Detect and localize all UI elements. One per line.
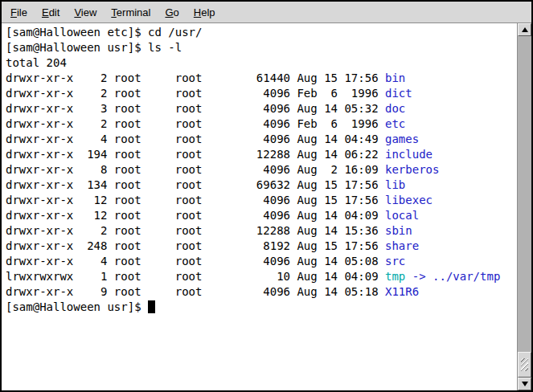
terminal-text: drwxr-xr-x 194 root root 12288 Aug 14 06… <box>6 148 385 161</box>
scroll-up-button[interactable] <box>518 23 531 36</box>
directory-name: -> ../var/tmp <box>405 270 500 283</box>
terminal-window: File Edit View Terminal Go Help [sam@Hal… <box>0 0 533 392</box>
terminal-cursor <box>148 300 155 313</box>
terminal-line: drwxr-xr-x 248 root root 8192 Aug 15 17:… <box>6 239 517 254</box>
directory-name: games <box>385 133 419 145</box>
scroll-down-button[interactable] <box>518 378 531 390</box>
menu-file[interactable]: File <box>3 3 35 22</box>
menu-edit[interactable]: Edit <box>35 3 67 22</box>
terminal-text: drwxr-xr-x 2 root root 61440 Aug 15 17:5… <box>6 71 385 84</box>
symlink-name: tmp <box>385 270 405 283</box>
terminal-text: drwxr-xr-x 2 root root 4096 Feb 6 1996 <box>6 117 385 130</box>
terminal-text: [sam@Halloween usr]$ ls -l <box>6 41 182 54</box>
down-arrow-icon <box>522 382 528 386</box>
terminal-line: drwxr-xr-x 8 root root 4096 Aug 2 16:09 … <box>6 162 517 178</box>
terminal-line: drwxr-xr-x 3 root root 4096 Aug 14 05:32… <box>6 101 517 116</box>
terminal-region: [sam@Halloween etc]$ cd /usr/[sam@Hallow… <box>2 23 531 390</box>
terminal-text: drwxr-xr-x 12 root root 4096 Aug 14 04:0… <box>6 209 385 222</box>
scrollbar-thumb[interactable] <box>518 352 531 378</box>
terminal-line: drwxr-xr-x 12 root root 4096 Aug 15 17:5… <box>6 193 517 208</box>
directory-name: libexec <box>385 194 433 206</box>
terminal-text: drwxr-xr-x 2 root root 4096 Feb 6 1996 <box>6 87 385 100</box>
terminal-line: lrwxrwxrwx 1 root root 10 Aug 14 04:09 t… <box>6 269 517 284</box>
directory-name: src <box>385 255 405 267</box>
menu-view[interactable]: View <box>67 3 104 22</box>
terminal-line: drwxr-xr-x 134 root root 69632 Aug 15 17… <box>6 178 517 193</box>
directory-name: bin <box>385 71 405 84</box>
terminal-text: lrwxrwxrwx 1 root root 10 Aug 14 04:09 <box>6 270 385 283</box>
directory-name: include <box>385 148 433 161</box>
menu-terminal[interactable]: Terminal <box>104 3 158 22</box>
terminal-text: drwxr-xr-x 3 root root 4096 Aug 14 05:32 <box>6 102 385 115</box>
directory-name: lib <box>385 178 405 191</box>
terminal-text: drwxr-xr-x 2 root root 12288 Aug 14 15:3… <box>6 224 385 237</box>
directory-name: kerberos <box>385 163 439 176</box>
directory-name: X11R6 <box>385 285 419 298</box>
terminal-line: [sam@Halloween usr]$ <box>6 300 517 315</box>
terminal-text: drwxr-xr-x 4 root root 4096 Aug 14 04:49 <box>6 133 385 145</box>
scrollbar[interactable] <box>517 23 531 390</box>
terminal-screen[interactable]: [sam@Halloween etc]$ cd /usr/[sam@Hallow… <box>2 23 517 390</box>
terminal-line: drwxr-xr-x 194 root root 12288 Aug 14 06… <box>6 147 517 162</box>
terminal-line: [sam@Halloween usr]$ ls -l <box>6 40 517 55</box>
terminal-output: [sam@Halloween etc]$ cd /usr/[sam@Hallow… <box>6 25 517 315</box>
directory-name: dict <box>385 87 412 100</box>
menu-help[interactable]: Help <box>187 3 223 22</box>
menu-bar: File Edit View Terminal Go Help <box>2 2 531 23</box>
terminal-line: drwxr-xr-x 9 root root 4096 Aug 14 05:18… <box>6 284 517 300</box>
terminal-text: [sam@Halloween usr]$ <box>6 300 148 313</box>
directory-name: doc <box>385 102 405 115</box>
terminal-text: [sam@Halloween etc]$ cd /usr/ <box>6 26 202 39</box>
terminal-line: drwxr-xr-x 2 root root 12288 Aug 14 15:3… <box>6 223 517 239</box>
directory-name: share <box>385 239 419 252</box>
directory-name: local <box>385 209 419 222</box>
terminal-line: total 204 <box>6 55 517 71</box>
terminal-text: drwxr-xr-x 12 root root 4096 Aug 15 17:5… <box>6 194 385 206</box>
scrollbar-track[interactable] <box>518 36 531 378</box>
up-arrow-icon <box>522 27 528 32</box>
terminal-text: drwxr-xr-x 248 root root 8192 Aug 15 17:… <box>6 239 385 252</box>
terminal-text: drwxr-xr-x 9 root root 4096 Aug 14 05:18 <box>6 285 385 298</box>
terminal-text: drwxr-xr-x 134 root root 69632 Aug 15 17… <box>6 178 385 191</box>
menu-go[interactable]: Go <box>158 3 186 22</box>
directory-name: sbin <box>385 224 412 237</box>
directory-name: etc <box>385 117 405 130</box>
terminal-line: drwxr-xr-x 2 root root 61440 Aug 15 17:5… <box>6 71 517 86</box>
thumb-grip-icon <box>521 358 528 371</box>
terminal-text: total 204 <box>6 56 67 69</box>
terminal-line: [sam@Halloween etc]$ cd /usr/ <box>6 25 517 40</box>
terminal-line: drwxr-xr-x 4 root root 4096 Aug 14 04:49… <box>6 132 517 147</box>
terminal-text: drwxr-xr-x 4 root root 4096 Aug 14 05:08 <box>6 255 385 267</box>
terminal-line: drwxr-xr-x 2 root root 4096 Feb 6 1996 e… <box>6 116 517 132</box>
terminal-line: drwxr-xr-x 12 root root 4096 Aug 14 04:0… <box>6 208 517 223</box>
terminal-line: drwxr-xr-x 4 root root 4096 Aug 14 05:08… <box>6 254 517 269</box>
terminal-text: drwxr-xr-x 8 root root 4096 Aug 2 16:09 <box>6 163 385 176</box>
terminal-line: drwxr-xr-x 2 root root 4096 Feb 6 1996 d… <box>6 86 517 101</box>
